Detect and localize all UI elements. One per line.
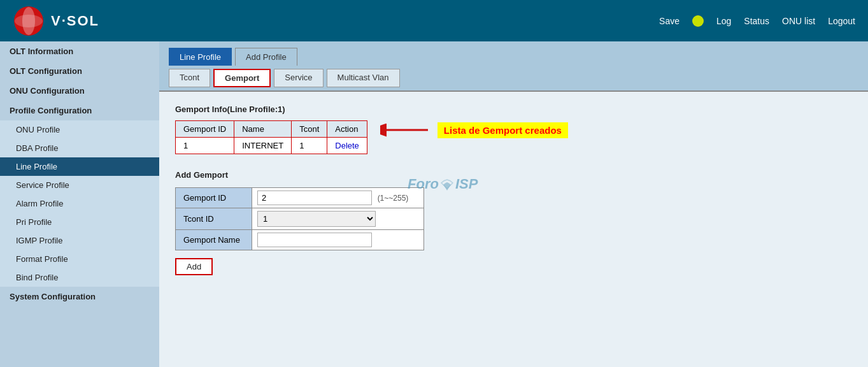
header: V·SOL Save Log Status ONU list Logout [0,0,868,41]
tab-line-profile[interactable]: Line Profile [169,48,232,66]
delete-link[interactable]: Delete [335,141,359,150]
arrow-icon [380,120,431,140]
sidebar-item-pri-profile[interactable]: Pri Profile [0,213,159,231]
sidebar-item-olt-information[interactable]: OLT Information [0,41,159,61]
sidebar-item-line-profile[interactable]: Line Profile [0,157,159,176]
tcont-id-select[interactable]: 1 [257,211,376,227]
onu-list-link[interactable]: ONU list [782,16,815,26]
sub-tab-bar: Tcont Gemport Service Multicast Vlan [159,66,868,92]
sidebar-item-dba-profile[interactable]: DBA Profile [0,139,159,157]
save-button[interactable]: Save [659,16,679,26]
cell-name: INTERNET [234,138,292,154]
sidebar-item-olt-configuration[interactable]: OLT Configuration [0,61,159,81]
field-gemport-name-cell [252,230,424,250]
layout: OLT Information OLT Configuration ONU Co… [0,41,868,367]
subtab-multicast-vlan[interactable]: Multicast Vlan [327,69,400,87]
sidebar-item-alarm-profile[interactable]: Alarm Profile [0,194,159,213]
subtab-gemport[interactable]: Gemport [213,69,271,87]
sidebar-item-igmp-profile[interactable]: IGMP Profile [0,231,159,250]
annotation-area: Lista de Gemport creados [380,120,568,140]
sidebar-item-bind-profile[interactable]: Bind Profile [0,268,159,287]
sidebar-item-onu-profile[interactable]: ONU Profile [0,120,159,139]
logo-text: V·SOL [51,13,99,29]
gemport-name-input[interactable] [257,233,372,247]
gemport-info-title: Gemport Info(Line Profile:1) [175,104,852,114]
cell-action[interactable]: Delete [327,138,367,154]
status-indicator [692,15,704,27]
svg-point-2 [15,15,43,27]
label-gemport-id: Gemport ID [176,188,252,208]
label-gemport-name: Gemport Name [176,230,252,250]
add-gemport-form: Gemport ID (1~~255) Tcont ID 1 Gemp [175,187,424,250]
sidebar-item-service-profile[interactable]: Service Profile [0,176,159,194]
cell-tcont: 1 [292,138,327,154]
gemport-id-input[interactable] [257,191,372,205]
label-tcont-id: Tcont ID [176,208,252,230]
cell-gemport-id: 1 [176,138,234,154]
field-tcont-id-cell: 1 [252,208,424,230]
form-row-gemport-name: Gemport Name [176,230,424,250]
logout-link[interactable]: Logout [828,16,855,26]
content-area: Gemport Info(Line Profile:1) Gemport ID … [159,92,868,288]
subtab-tcont[interactable]: Tcont [169,69,210,87]
sidebar-item-format-profile[interactable]: Format Profile [0,250,159,268]
annotation-label: Lista de Gemport creados [438,122,568,138]
col-tcont: Tcont [292,121,327,138]
sidebar-item-system-configuration[interactable]: System Configuration [0,287,159,306]
log-link[interactable]: Log [716,16,731,26]
main-content: Line Profile Add Profile Tcont Gemport S… [159,41,868,367]
col-action: Action [327,121,367,138]
status-link[interactable]: Status [744,16,769,26]
vsol-logo-icon [13,5,45,37]
tab-add-profile[interactable]: Add Profile [235,48,297,66]
gemport-table: Gemport ID Name Tcont Action 1 INTERNET … [175,120,367,154]
logo-area: V·SOL [13,5,99,37]
sidebar-item-onu-configuration[interactable]: ONU Configuration [0,81,159,101]
col-name: Name [234,121,292,138]
col-gemport-id: Gemport ID [176,121,234,138]
top-tab-bar: Line Profile Add Profile [159,41,868,66]
form-row-gemport-id: Gemport ID (1~~255) [176,188,424,208]
gemport-id-hint: (1~~255) [378,194,409,203]
header-right: Save Log Status ONU list Logout [659,15,855,27]
field-gemport-id-cell: (1~~255) [252,188,424,208]
sidebar-item-profile-configuration[interactable]: Profile Configuration [0,101,159,120]
gemport-table-wrapper: Gemport ID Name Tcont Action 1 INTERNET … [175,120,852,154]
sidebar: OLT Information OLT Configuration ONU Co… [0,41,159,367]
form-row-tcont-id: Tcont ID 1 [176,208,424,230]
add-button[interactable]: Add [175,258,213,275]
table-row: 1 INTERNET 1 Delete [176,138,367,154]
add-gemport-title: Add Gemport [175,170,852,180]
subtab-service[interactable]: Service [274,69,323,87]
